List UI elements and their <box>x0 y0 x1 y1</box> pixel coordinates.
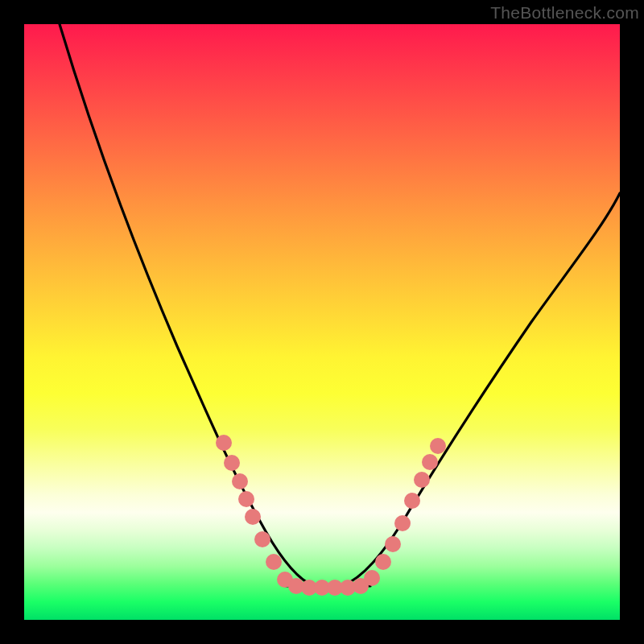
svg-point-14 <box>364 570 380 586</box>
svg-point-4 <box>245 509 261 525</box>
watermark-label: TheBottleneck.com <box>490 3 639 23</box>
svg-point-6 <box>266 554 282 570</box>
svg-point-19 <box>414 472 430 488</box>
dots-right <box>364 438 446 586</box>
svg-point-5 <box>254 531 270 547</box>
chart-svg <box>24 24 620 620</box>
curve-left <box>60 24 314 586</box>
svg-point-0 <box>216 435 232 451</box>
svg-point-18 <box>404 493 420 509</box>
svg-point-3 <box>238 491 254 507</box>
dots-left <box>216 435 293 588</box>
plot-area <box>24 24 620 620</box>
svg-point-16 <box>385 536 401 552</box>
svg-point-17 <box>394 515 411 531</box>
svg-point-2 <box>232 473 248 489</box>
svg-point-20 <box>422 454 438 470</box>
curve-right <box>342 193 620 586</box>
dots-bottom <box>288 578 369 596</box>
chart-frame: TheBottleneck.com <box>0 0 644 644</box>
svg-point-15 <box>375 554 391 570</box>
svg-point-1 <box>224 455 240 471</box>
svg-point-21 <box>430 438 446 454</box>
